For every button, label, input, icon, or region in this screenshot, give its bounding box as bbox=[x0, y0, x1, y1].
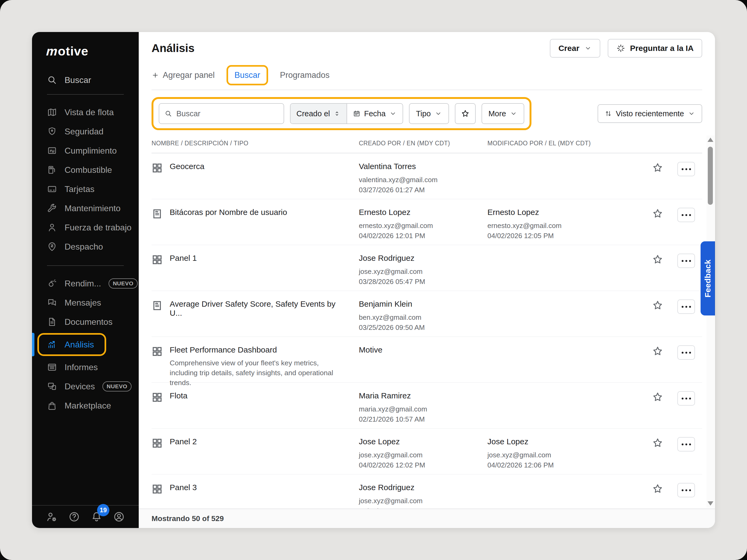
favorite-star-icon[interactable] bbox=[652, 162, 664, 174]
table-row[interactable]: Panel 2 Jose Lopez jose.xyz@gmail.com 04… bbox=[152, 429, 702, 474]
sidebar-item-label: Mensajes bbox=[65, 298, 101, 308]
sidebar-item-marketplace[interactable]: Marketplace bbox=[32, 396, 139, 415]
dashboard-icon bbox=[152, 346, 163, 357]
chevron-down-icon bbox=[584, 45, 592, 52]
date-selector[interactable]: Fecha bbox=[347, 104, 403, 124]
sidebar-item-despacho[interactable]: Despacho bbox=[32, 237, 139, 256]
filter-row: Buscar Creado el Fecha bbox=[152, 97, 702, 130]
row-name[interactable]: Panel 1 bbox=[170, 254, 197, 263]
row-more-button[interactable] bbox=[677, 162, 695, 176]
row-name[interactable]: Panel 2 bbox=[170, 437, 197, 446]
sidebar-item-combustible[interactable]: Combustible bbox=[32, 160, 139, 180]
sidebar-item-label: Informes bbox=[65, 363, 98, 372]
sidebar-item-rendimiento[interactable]: Rendim...NUEVO bbox=[32, 274, 139, 293]
motive-logo: motive bbox=[46, 44, 139, 58]
table-row[interactable]: Geocerca Valentina Torres valentina.xyz@… bbox=[152, 153, 702, 199]
account-icon[interactable] bbox=[113, 511, 125, 523]
sort-button[interactable]: Visto recientemente bbox=[598, 104, 702, 123]
help-icon[interactable] bbox=[68, 511, 80, 523]
scrollbar-up-arrow[interactable] bbox=[707, 138, 713, 142]
sidebar-item-label: Despacho bbox=[65, 242, 103, 252]
table-row[interactable]: Bitácoras por Nombre de usuario Ernesto … bbox=[152, 199, 702, 245]
row-more-button[interactable] bbox=[677, 437, 695, 451]
ask-ai-button[interactable]: Preguntar a la IA bbox=[608, 39, 702, 58]
table-row[interactable]: Panel 3 Jose Rodriguez jose.xyz@gmail.co… bbox=[152, 474, 702, 510]
scrollbar[interactable] bbox=[706, 135, 715, 508]
row-name[interactable]: Panel 3 bbox=[170, 483, 197, 492]
favorite-star-icon[interactable] bbox=[652, 254, 664, 265]
sidebar-item-mantenimiento[interactable]: Mantenimiento bbox=[32, 199, 139, 218]
sidebar-item-vista-de-flota[interactable]: Vista de flota bbox=[32, 103, 139, 122]
feedback-tab[interactable]: Feedback bbox=[701, 241, 715, 316]
search-icon bbox=[164, 110, 172, 117]
sort-arrows-icon bbox=[604, 110, 612, 117]
row-name[interactable]: Bitácoras por Nombre de usuario bbox=[170, 208, 287, 217]
tab-label: Agregar panel bbox=[163, 71, 215, 80]
sidebar-item-documentos[interactable]: Documentos bbox=[32, 312, 139, 331]
table-footer: Mostrando 50 of 529 bbox=[139, 509, 715, 528]
tab-label: Programados bbox=[280, 71, 330, 80]
nuevo-badge: NUEVO bbox=[109, 278, 138, 289]
row-more-button[interactable] bbox=[677, 299, 695, 314]
sidebar-item-informes[interactable]: Informes bbox=[32, 357, 139, 377]
tab-buscar[interactable]: Buscar bbox=[227, 65, 268, 85]
sidebar-item-devices[interactable]: DevicesNUEVO bbox=[32, 377, 139, 396]
sidebar-search[interactable]: Buscar bbox=[47, 75, 139, 85]
row-more-button[interactable] bbox=[677, 254, 695, 268]
favorite-star-icon[interactable] bbox=[652, 391, 664, 403]
sidebar-item-tarjetas[interactable]: Tarjetas bbox=[32, 180, 139, 199]
sidebar-item-label: Rendim... bbox=[65, 279, 101, 289]
sidebar-item-mensajes[interactable]: Mensajes bbox=[32, 293, 139, 312]
table-row[interactable]: Fleet Performance Dashboard Comprehensiv… bbox=[152, 337, 702, 383]
favorite-star-icon[interactable] bbox=[652, 437, 664, 449]
admin-settings-icon[interactable] bbox=[46, 511, 58, 523]
page-header: Análisis Crear Preguntar a la IA bbox=[152, 32, 702, 58]
row-name[interactable]: Flota bbox=[170, 391, 187, 400]
plus-icon bbox=[152, 72, 159, 79]
row-name[interactable]: Fleet Performance Dashboard bbox=[170, 345, 335, 354]
chevron-down-icon bbox=[435, 110, 442, 117]
search-input[interactable]: Buscar bbox=[159, 103, 284, 124]
scrollbar-thumb[interactable] bbox=[708, 146, 713, 205]
bag-icon bbox=[47, 401, 57, 411]
table-row[interactable]: Flota Maria Ramirez maria.xyz@gmail.com … bbox=[152, 383, 702, 429]
favorite-star-icon[interactable] bbox=[652, 345, 664, 357]
main-content: Análisis Crear Preguntar a la IA Agregar… bbox=[139, 32, 715, 528]
favorite-star-icon[interactable] bbox=[652, 483, 664, 495]
create-button[interactable]: Crear bbox=[550, 39, 600, 58]
sidebar-item-seguridad[interactable]: Seguridad bbox=[32, 122, 139, 141]
sidebar-item-analisis[interactable]: Análisis bbox=[37, 333, 106, 356]
table-rows: Geocerca Valentina Torres valentina.xyz@… bbox=[152, 153, 702, 510]
favorite-star-icon[interactable] bbox=[652, 299, 664, 311]
row-name[interactable]: Geocerca bbox=[170, 162, 204, 171]
more-filters-button[interactable]: More bbox=[482, 103, 524, 124]
type-filter-button[interactable]: Tipo bbox=[409, 103, 449, 124]
table-row[interactable]: Average Driver Safety Score, Safety Even… bbox=[152, 291, 702, 337]
created-cell: Jose Lopez jose.xyz@gmail.com 04/02/2026… bbox=[359, 437, 487, 474]
table-row[interactable]: Panel 1 Jose Rodriguez jose.xyz@gmail.co… bbox=[152, 245, 702, 291]
created-on-selector[interactable]: Creado el bbox=[290, 104, 347, 124]
sidebar-item-fuerza-de-trabajo[interactable]: Fuerza de trabajo bbox=[32, 218, 139, 237]
star-icon bbox=[461, 109, 470, 118]
row-more-button[interactable] bbox=[677, 208, 695, 222]
row-name[interactable]: Average Driver Safety Score, Safety Even… bbox=[170, 299, 348, 318]
app-window: motive Buscar Vista de flotaSeguridadCum… bbox=[32, 32, 715, 528]
favorites-filter-button[interactable] bbox=[455, 103, 476, 124]
notifications-bell-icon[interactable]: 19 bbox=[91, 511, 102, 523]
row-description: Comprehensive view of your fleet's key m… bbox=[170, 358, 335, 388]
chevron-down-icon bbox=[688, 110, 695, 117]
row-more-button[interactable] bbox=[677, 483, 695, 497]
row-more-button[interactable] bbox=[677, 391, 695, 406]
favorite-star-icon[interactable] bbox=[652, 208, 664, 219]
chevron-down-icon bbox=[389, 110, 397, 117]
created-cell: Benjamin Klein ben.xyz@gmail.com 03/25/2… bbox=[359, 299, 487, 337]
sidebar-item-cumplimiento[interactable]: Cumplimiento bbox=[32, 141, 139, 160]
row-more-button[interactable] bbox=[677, 345, 695, 360]
tab-programados[interactable]: Programados bbox=[280, 71, 330, 80]
sidebar-item-label: Documentos bbox=[65, 317, 112, 327]
scrollbar-down-arrow[interactable] bbox=[707, 501, 713, 506]
sidebar-divider bbox=[47, 94, 124, 95]
created-cell: Ernesto Lopez ernesto.xyz@gmail.com 04/0… bbox=[359, 208, 487, 245]
sidebar-item-label: Vista de flota bbox=[65, 107, 114, 117]
tab-agregar-panel[interactable]: Agregar panel bbox=[152, 71, 215, 80]
